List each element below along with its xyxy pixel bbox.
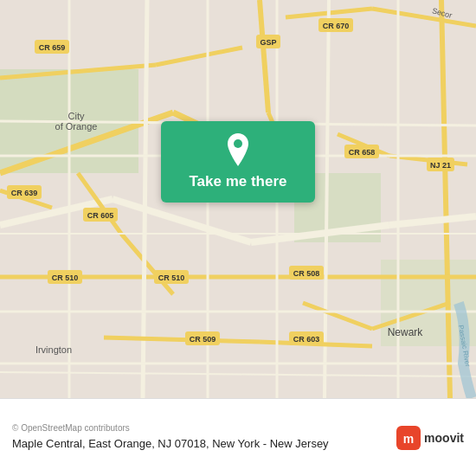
svg-text:CR 510: CR 510 xyxy=(158,273,185,282)
svg-text:CR 508: CR 508 xyxy=(293,269,320,278)
info-text-block: © OpenStreetMap contributors Maple Centr… xyxy=(12,423,388,452)
svg-text:GSP: GSP xyxy=(260,38,276,47)
svg-text:CR 670: CR 670 xyxy=(323,22,350,30)
svg-text:Newark: Newark xyxy=(388,326,424,338)
svg-text:CR 605: CR 605 xyxy=(87,211,114,220)
svg-text:NJ 21: NJ 21 xyxy=(430,161,451,170)
map-container: CR 659 CR 670 GSP CR 658 NJ 21 CR 639 CR… xyxy=(0,0,476,398)
cta-button-container: Take me there xyxy=(161,121,315,203)
svg-text:CR 603: CR 603 xyxy=(293,335,320,344)
svg-text:of Orange: of Orange xyxy=(55,121,98,132)
svg-text:CR 510: CR 510 xyxy=(52,273,79,282)
map-attribution: © OpenStreetMap contributors xyxy=(12,423,388,433)
cta-label: Take me there xyxy=(189,173,286,190)
location-pin-icon xyxy=(224,133,252,166)
location-address: Maple Central, East Orange, NJ 07018, Ne… xyxy=(12,436,388,452)
moovit-brand-name: moovit xyxy=(424,432,464,444)
moovit-logo: m moovit xyxy=(396,426,464,450)
svg-text:m: m xyxy=(403,432,414,446)
take-me-there-button[interactable]: Take me there xyxy=(161,121,315,203)
svg-text:Irvington: Irvington xyxy=(35,344,72,355)
moovit-icon: m xyxy=(396,426,421,450)
svg-text:CR 658: CR 658 xyxy=(349,148,376,157)
svg-text:City: City xyxy=(68,111,85,121)
svg-text:CR 639: CR 639 xyxy=(11,189,38,197)
svg-text:CR 509: CR 509 xyxy=(190,335,216,344)
svg-text:CR 659: CR 659 xyxy=(39,43,66,52)
svg-point-69 xyxy=(234,139,242,148)
info-bar: © OpenStreetMap contributors Maple Centr… xyxy=(0,398,476,476)
